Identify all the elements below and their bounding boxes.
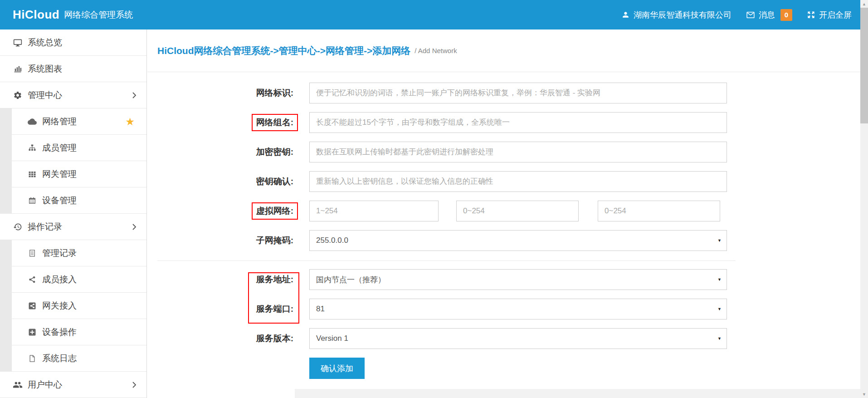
star-icon: ★ — [125, 117, 135, 127]
sidebar-item-label: 网络管理 — [42, 116, 77, 128]
sidebar-item-label: 设备操作 — [42, 326, 77, 338]
service-version-label: 服务版本: — [147, 333, 293, 344]
chevron-right-icon — [132, 223, 137, 231]
vertical-scrollbar[interactable]: ▲ ▼ — [860, 0, 868, 398]
users-icon — [12, 380, 24, 390]
monitor-icon — [12, 38, 24, 47]
sidebar-item-label: 网关管理 — [42, 168, 77, 180]
system-name: 网络综合管理系统 — [64, 9, 133, 21]
subnet-mask-value: 255.0.0.0 — [316, 236, 348, 245]
sidebar-item-label: 系统日志 — [42, 353, 77, 364]
vnet-octet1-input[interactable] — [309, 201, 439, 221]
file-text-icon — [26, 249, 38, 257]
grid-icon — [26, 170, 38, 178]
main-content: HiCloud网络综合管理系统->管理中心->网络管理->添加网络 / Add … — [147, 29, 860, 398]
service-address-label: 服务地址: — [147, 274, 293, 285]
caret-down-icon: ▼ — [717, 277, 722, 282]
bar-chart-icon — [12, 64, 24, 74]
sidebar-item-label: 管理中心 — [28, 89, 62, 101]
sidebar-item-device-management[interactable]: 设备管理 — [0, 187, 146, 214]
service-port-value: 81 — [316, 305, 325, 314]
service-port-label: 服务端口: — [147, 303, 293, 315]
breadcrumb-bar: HiCloud网络综合管理系统->管理中心->网络管理->添加网络 / Add … — [147, 29, 860, 72]
fullscreen-label: 开启全屏 — [819, 10, 852, 20]
company-account[interactable]: 湖南华辰智通科技有限公司 — [621, 10, 731, 20]
add-network-form: 网络标识: 网络组名: 加密密钥: 密钥确认: — [147, 72, 860, 379]
vnet-octet3-input[interactable] — [598, 201, 720, 221]
scrollbar-thumb[interactable] — [860, 8, 868, 123]
header-right: 湖南华辰智通科技有限公司 消息 0 开启全屏 — [621, 9, 852, 21]
sidebar-item-user-center[interactable]: 用户中心 — [0, 372, 146, 398]
sidebar-item-label: 设备管理 — [42, 195, 77, 206]
key-confirm-input[interactable] — [309, 171, 727, 192]
service-version-select[interactable]: Version 1 ▼ — [309, 328, 727, 349]
subnet-mask-select[interactable]: 255.0.0.0 ▼ — [309, 230, 727, 251]
service-version-value: Version 1 — [316, 334, 348, 343]
network-id-input[interactable] — [309, 83, 727, 103]
company-name: 湖南华辰智通科技有限公司 — [634, 10, 731, 20]
sidebar-item-gateway-management[interactable]: 网关管理 — [0, 161, 146, 187]
scroll-down-arrow-icon[interactable]: ▼ — [860, 390, 868, 398]
encrypt-key-label: 加密密钥: — [147, 146, 293, 158]
virtual-network-label: 虚拟网络: — [147, 202, 293, 220]
app-header: HiCloud 网络综合管理系统 湖南华辰智通科技有限公司 消息 0 开启全屏 — [0, 0, 868, 29]
sidebar-item-member-management[interactable]: 成员管理 — [0, 135, 146, 161]
history-icon — [12, 222, 24, 231]
cloud-icon — [26, 117, 38, 126]
user-icon — [621, 10, 630, 19]
sidebar-item-label: 系统总览 — [28, 37, 62, 49]
caret-down-icon: ▼ — [717, 307, 722, 311]
sidebar-item-label: 成员接入 — [42, 274, 77, 285]
sidebar-item-network-management[interactable]: 网络管理 ★ — [0, 108, 146, 135]
vnet-octet2-input[interactable] — [456, 201, 579, 221]
group-name-label: 网络组名: — [147, 114, 293, 131]
network-id-label: 网络标识: — [147, 87, 293, 99]
sidebar-item-label: 用户中心 — [28, 379, 62, 391]
envelope-icon — [746, 10, 755, 20]
footer-strip — [295, 389, 868, 398]
messages-button[interactable]: 消息 0 — [746, 9, 792, 21]
sidebar-item-label: 网关接入 — [42, 300, 77, 312]
scroll-up-arrow-icon[interactable]: ▲ — [860, 0, 868, 8]
sidebar-item-system-charts[interactable]: 系统图表 — [0, 56, 146, 82]
share-icon — [26, 275, 38, 284]
sidebar-item-label: 成员管理 — [42, 142, 77, 154]
highlight-box-virtual-network: 虚拟网络: — [252, 202, 298, 220]
subnet-mask-label: 子网掩码: — [147, 235, 293, 246]
highlight-box-group-name: 网络组名: — [252, 114, 298, 131]
sidebar: 系统总览 系统图表 管理中心 网络管理 ★ 成员管理 网关管理 — [0, 29, 147, 398]
caret-down-icon: ▼ — [717, 336, 722, 341]
service-address-select[interactable]: 国内节点一（推荐） ▼ — [309, 269, 727, 290]
service-address-value: 国内节点一（推荐） — [316, 275, 385, 285]
share-square-icon — [26, 302, 38, 310]
fullscreen-icon — [807, 10, 815, 19]
gears-icon — [12, 91, 24, 100]
breadcrumb-suffix: / Add Network — [414, 47, 457, 54]
chevron-right-icon — [132, 92, 137, 99]
chevron-right-icon — [132, 381, 137, 388]
breadcrumb: HiCloud网络综合管理系统->管理中心->网络管理->添加网络 — [157, 44, 410, 57]
fullscreen-button[interactable]: 开启全屏 — [807, 10, 852, 20]
sidebar-item-label: 管理记录 — [42, 247, 77, 259]
confirm-add-button[interactable]: 确认添加 — [309, 358, 365, 379]
sidebar-item-system-overview[interactable]: 系统总览 — [0, 29, 146, 56]
group-name-input[interactable] — [309, 112, 727, 133]
sidebar-item-management-center[interactable]: 管理中心 — [0, 82, 146, 108]
service-port-select[interactable]: 81 ▼ — [309, 299, 727, 319]
file-icon — [26, 354, 38, 363]
caret-down-icon: ▼ — [717, 238, 722, 243]
calendar-icon — [26, 197, 38, 205]
sidebar-item-gateway-access[interactable]: 网关接入 — [0, 293, 146, 319]
sidebar-item-system-logs[interactable]: 系统日志 — [0, 345, 146, 372]
plus-square-icon — [26, 328, 38, 336]
sidebar-item-device-operations[interactable]: 设备操作 — [0, 319, 146, 345]
sidebar-item-label: 系统图表 — [28, 63, 62, 75]
sidebar-item-label: 操作记录 — [28, 221, 62, 233]
encrypt-key-input[interactable] — [309, 142, 727, 162]
section-divider — [157, 260, 736, 261]
sidebar-item-member-access[interactable]: 成员接入 — [0, 266, 146, 293]
messages-count-badge: 0 — [780, 9, 792, 21]
sidebar-item-operation-records[interactable]: 操作记录 — [0, 214, 146, 240]
sidebar-item-management-records[interactable]: 管理记录 — [0, 240, 146, 266]
brand-logo: HiCloud — [13, 8, 59, 22]
